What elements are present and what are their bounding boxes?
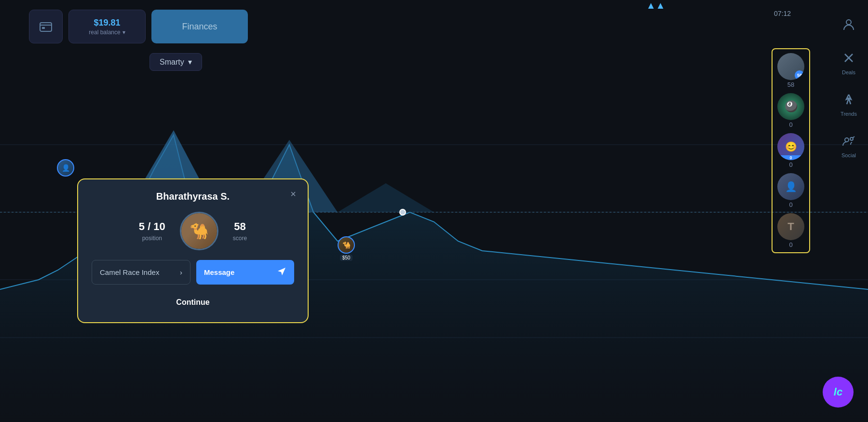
- user-icon: [839, 14, 858, 34]
- player-avatar-4[interactable]: 👤: [777, 173, 804, 200]
- player-modal: Bharathyrasa S. × 5 / 10 position 🐪 58 s…: [77, 178, 309, 323]
- map-player-2: 🐪 $50: [338, 236, 355, 261]
- modal-stats: 5 / 10 position 🐪 58 score: [92, 212, 294, 250]
- nav-icon-deals[interactable]: Deals: [839, 48, 858, 75]
- balance-button[interactable]: $19.81 real balance ▾: [68, 10, 146, 43]
- player-avatar-5[interactable]: T: [777, 213, 804, 240]
- nav-icon-trends[interactable]: Trends: [839, 90, 858, 117]
- svg-text:▲▲: ▲▲: [646, 0, 665, 11]
- map-player-avatar-2: 🐪: [338, 236, 355, 254]
- player-avatar-2[interactable]: 🎱: [777, 93, 804, 120]
- svg-point-16: [845, 138, 849, 142]
- player-score-2: 0: [789, 121, 792, 128]
- player-3-score-badge: 0: [777, 155, 804, 160]
- position-label: position: [142, 235, 162, 242]
- map-player-avatar-1: 👤: [57, 159, 74, 177]
- svg-rect-11: [40, 23, 52, 31]
- player-score-4: 0: [789, 201, 792, 208]
- modal-close-button[interactable]: ×: [286, 187, 300, 201]
- player-item-1[interactable]: 58 58: [777, 53, 804, 88]
- player-item-2[interactable]: 🎱 0: [777, 93, 804, 128]
- chevron-down-icon: ▾: [122, 29, 125, 36]
- player-score-3: 0: [789, 161, 792, 168]
- modal-box: Bharathyrasa S. × 5 / 10 position 🐪 58 s…: [77, 178, 309, 323]
- chevron-right-icon: ›: [180, 268, 182, 276]
- score-label: score: [233, 235, 247, 242]
- send-icon: [277, 267, 286, 278]
- modal-avatar: 🐪: [180, 212, 218, 250]
- finances-button[interactable]: Finances: [151, 10, 248, 43]
- nav-icon-social[interactable]: Social: [839, 131, 858, 158]
- player-avatar-3[interactable]: 😊 0: [777, 133, 804, 160]
- player-score-5: 0: [789, 241, 792, 248]
- time-display: 07:12: [774, 10, 791, 17]
- position-stat: 5 / 10 position: [139, 220, 165, 242]
- svg-point-10: [400, 209, 406, 215]
- social-label: Social: [841, 152, 856, 158]
- svg-point-13: [846, 20, 851, 25]
- player-item-5[interactable]: T 0: [777, 213, 804, 248]
- svg-marker-8: [338, 183, 434, 212]
- social-icon: [839, 131, 858, 150]
- trends-label: Trends: [841, 111, 857, 117]
- trends-icon: [839, 90, 858, 109]
- score-stat: 58 score: [233, 220, 247, 242]
- deals-label: Deals: [842, 69, 855, 75]
- continue-button[interactable]: Continue: [92, 292, 294, 313]
- nav-icon-user[interactable]: [839, 14, 858, 34]
- modal-player-name: Bharathyrasa S.: [92, 191, 294, 202]
- player-avatar-1[interactable]: 58: [777, 53, 804, 80]
- deals-icon: [839, 48, 858, 68]
- player-score-1: 58: [787, 81, 794, 88]
- svg-line-18: [853, 136, 854, 138]
- map-player-label-2: $50: [340, 255, 353, 261]
- modal-actions: Camel Race Index › Message: [92, 260, 294, 285]
- balance-amount: $19.81: [94, 18, 120, 28]
- right-players-panel: 58 58 🎱 0 😊 0 0 👤 0 T 0: [772, 48, 810, 253]
- balance-icon-button[interactable]: [29, 10, 63, 43]
- score-badge-1: 58: [795, 70, 804, 80]
- score-value: 58: [234, 220, 245, 233]
- position-value: 5 / 10: [139, 220, 165, 233]
- smarty-button[interactable]: Smarty ▾: [149, 53, 202, 71]
- player-item-3[interactable]: 😊 0 0: [777, 133, 804, 168]
- camel-race-button[interactable]: Camel Race Index ›: [92, 260, 190, 285]
- svg-rect-12: [42, 27, 45, 29]
- lc-logo[interactable]: lc: [823, 377, 854, 408]
- player-item-4[interactable]: 👤 0: [777, 173, 804, 208]
- top-bar: $19.81 real balance ▾ Finances: [29, 10, 248, 43]
- chevron-down-icon-smarty: ▾: [188, 57, 192, 67]
- balance-label: real balance ▾: [89, 29, 125, 36]
- map-player-1: 👤: [57, 159, 74, 177]
- balance-icon: [38, 19, 54, 34]
- avatar-camel-image: 🐪: [181, 213, 217, 249]
- lc-logo-text: lc: [834, 386, 842, 398]
- smarty-dropdown: Smarty ▾: [149, 53, 202, 71]
- message-button[interactable]: Message: [196, 260, 294, 285]
- nav-icons: Deals Trends Social: [839, 0, 858, 422]
